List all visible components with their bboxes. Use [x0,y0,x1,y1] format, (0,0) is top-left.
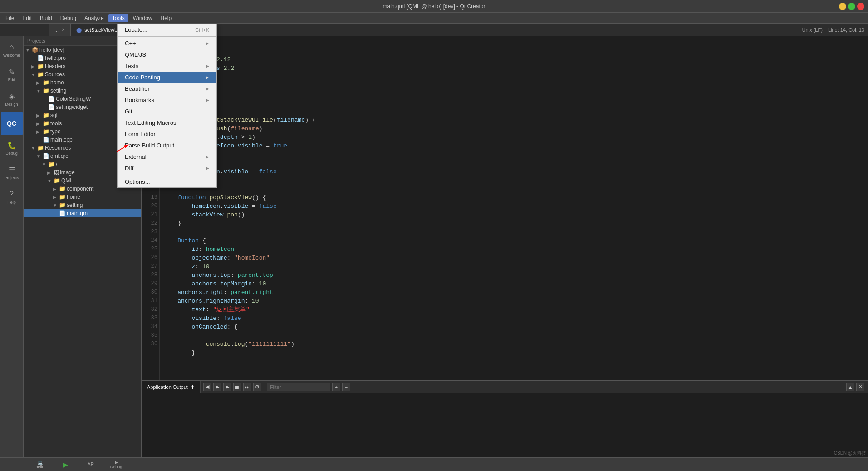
arrow-icon: ▶ [36,80,42,85]
maximize-button[interactable] [848,3,855,10]
settings-btn[interactable]: ⚙ [253,383,261,391]
menu-beautifier[interactable]: Beautifier ▶ [118,83,216,94]
tree-item-home-qml[interactable]: ▶ 📁 home [24,193,141,201]
sidebar-item-debug[interactable]: 🐛 Debug [1,136,23,160]
cpp-label: C++ [125,40,136,47]
tab-placeholder[interactable]: ... ✕ [49,24,71,36]
encoding-label: Unix (LF) [802,27,823,33]
debug-bar-run[interactable]: ▶ [54,458,76,471]
qmljs-label: QML/JS [125,51,146,58]
watermark: CSDN @火科技 [834,450,866,456]
menu-qmljs[interactable]: QML/JS [118,49,216,60]
minus-btn[interactable]: − [342,383,350,391]
menu-window[interactable]: Window [129,14,156,22]
folder-icon: 🖼 [54,169,59,176]
sidebar-item-help[interactable]: ? Help [1,185,23,209]
menu-parse-build[interactable]: Parse Build Output... [118,140,216,151]
tree-item-label: QML [61,177,73,184]
tree-item-label: home [67,194,80,200]
tree-item-label: setting [67,202,83,208]
menu-divider-1 [118,36,216,37]
menu-file[interactable]: File [2,14,18,22]
menu-build[interactable]: Build [36,14,56,22]
menu-bookmarks[interactable]: Bookmarks ▶ [118,94,216,106]
menu-form-editor[interactable]: Form Editor [118,128,216,140]
help-label: Help [7,200,16,205]
bookmarks-label: Bookmarks [125,97,154,103]
menu-cpp[interactable]: C++ ▶ [118,38,216,49]
beautifier-label: Beautifier [125,85,150,92]
bottom-toolbar: ◀ ▶ ▶ ⏹ ⏭ ⚙ + − [201,383,353,391]
monitor-icon: 💻 [38,460,43,465]
code-lines: ick 2.12 ick.Window 2.12 ick.Controls 2.… [160,36,868,380]
form-editor-label: Form Editor [125,131,156,137]
prev-btn[interactable]: ◀ [203,383,211,391]
sidebar-item-design[interactable]: ◈ Design [1,87,23,111]
sidebar-item-qc[interactable]: QC [1,112,23,135]
tree-item-main-qml[interactable]: 📄 main.qml [24,209,141,217]
diff-arrow: ▶ [206,166,209,171]
text-editing-label: Text Editing Macros [125,119,176,126]
tab-application-output[interactable]: Application Output ⬆ [142,381,201,393]
collapse-btn[interactable]: ▲ [846,383,854,391]
help-icon: ? [7,189,17,199]
folder-icon: 📁 [59,194,66,200]
tree-item-label: sql [50,112,57,118]
debug-bar-hello[interactable]: 💻 hello [29,458,51,471]
folder-icon: 📁 [37,145,44,151]
menu-debug[interactable]: Debug [57,14,80,22]
sidebar-item-welcome[interactable]: ⌂ Welcome [1,38,23,62]
folder-icon: 📁 [43,79,49,86]
ar-icon: AR [88,462,94,467]
filter-input[interactable] [267,383,330,391]
stop-btn[interactable]: ⏹ [233,383,241,391]
tests-arrow: ▶ [206,64,209,69]
menu-edit[interactable]: Edit [19,14,35,22]
tree-item-setting-qml[interactable]: ▼ 📁 setting [24,201,141,209]
sidebar-item-edit[interactable]: ✎ Edit [1,63,23,86]
tree-item-label: ColorSettingW [56,96,91,102]
sidebar-item-projects[interactable]: ☰ Projects [1,161,23,184]
tree-item-label: Resources [45,145,71,151]
app-output-label: Application Output [147,384,188,390]
bookmarks-arrow: ▶ [206,98,209,103]
debug-bar-ar[interactable]: AR [80,458,102,471]
file-icon: 📄 [37,55,44,61]
menu-options[interactable]: Options... [118,176,216,187]
parse-build-label: Parse Build Output... [125,142,179,149]
code-editor[interactable]: 19 20 21 22 23 24 25 26 27 28 29 30 31 3… [142,36,868,380]
tree-item-label: image [60,169,75,176]
menu-code-pasting[interactable]: Code Pasting ▶ [118,72,216,83]
tab-close-icon[interactable]: ✕ [61,27,65,32]
step-btn[interactable]: ⏭ [243,383,251,391]
external-label: External [125,153,147,160]
menu-diff[interactable]: Diff ▶ [118,162,216,174]
folder-icon: 📁 [43,88,49,94]
menu-locate[interactable]: Locate... Ctrl+K [118,24,216,35]
tab-active-icon: ⬤ [76,27,82,33]
debug-bar-dots[interactable]: ··· [4,458,25,471]
menu-git[interactable]: Git [118,106,216,117]
menu-help[interactable]: Help [157,14,176,22]
menu-analyze[interactable]: Analyze [81,14,108,22]
folder-icon: 📁 [59,202,66,208]
output-icon1: ⬆ [191,384,195,390]
plus-btn[interactable]: + [332,383,340,391]
minimize-button[interactable] [839,3,846,10]
menu-external[interactable]: External ▶ [118,151,216,162]
folder-icon: 📁 [54,177,60,184]
close-button[interactable] [857,3,864,10]
tree-item-label: Sources [45,71,65,78]
menu-tests[interactable]: Tests ▶ [118,60,216,72]
arrow-icon: ▶ [36,121,42,126]
tree-item-label: main.cpp [50,137,73,143]
menu-text-editing[interactable]: Text Editing Macros [118,117,216,128]
expand-btn[interactable]: ✕ [856,383,864,391]
debug-bar-more[interactable]: ▶ Debug [105,458,127,471]
menu-tools[interactable]: Tools [108,14,128,22]
tree-item-label: main.qml [67,210,89,216]
play-btn[interactable]: ▶ [223,383,231,391]
next-btn[interactable]: ▶ [213,383,221,391]
file-icon: 📄 [48,96,55,102]
arrow-icon: ▼ [36,154,42,159]
